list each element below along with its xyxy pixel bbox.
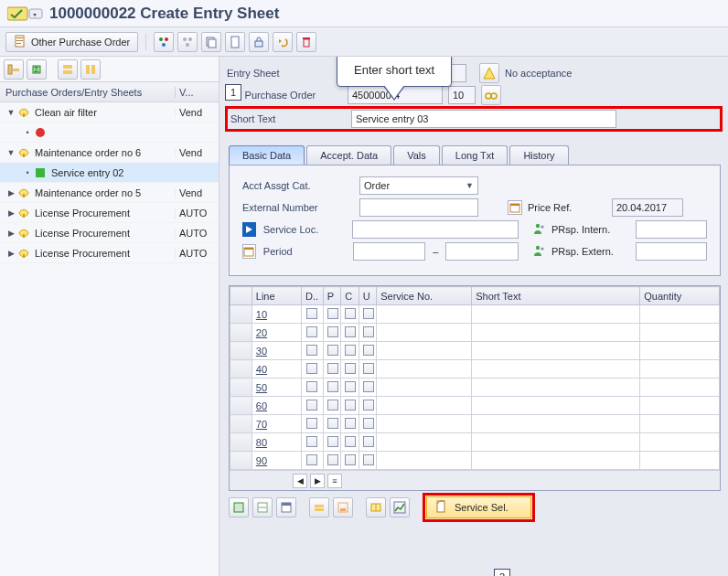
btm-icon-4[interactable]	[309, 497, 329, 517]
twisty-icon[interactable]: •	[22, 128, 33, 137]
checkbox[interactable]	[363, 381, 374, 392]
grid-cell[interactable]	[640, 342, 720, 360]
twisty-icon[interactable]: ▶	[5, 188, 16, 197]
grid-cell[interactable]	[472, 342, 640, 360]
grid-cell[interactable]	[640, 379, 720, 397]
checkbox[interactable]	[327, 381, 338, 392]
tree-btn-3[interactable]	[58, 59, 78, 80]
checkbox[interactable]	[363, 326, 374, 337]
tab-basic-data[interactable]: Basic Data	[229, 145, 305, 165]
tree-row[interactable]: ▶Maintenance order no 5Vend	[0, 183, 219, 203]
grid-cell[interactable]	[640, 305, 720, 324]
btm-icon-2[interactable]	[252, 497, 273, 517]
checkbox[interactable]	[327, 363, 338, 374]
grid-header[interactable]: Short Text	[472, 287, 640, 305]
table-row[interactable]: 10	[230, 305, 720, 324]
checkbox[interactable]	[306, 326, 317, 337]
tb-doc-icon[interactable]	[225, 32, 245, 52]
grid-header[interactable]	[230, 287, 252, 305]
checkbox[interactable]	[345, 436, 356, 447]
tab-vals[interactable]: Vals	[393, 145, 440, 165]
grid-cell[interactable]	[640, 415, 720, 433]
service-loc-icon[interactable]	[242, 222, 256, 237]
grid-header[interactable]: D..	[301, 287, 323, 305]
grid-cell[interactable]	[472, 452, 640, 470]
acct-assgt-select[interactable]: Order▼	[359, 176, 478, 195]
grid-cell[interactable]	[640, 360, 720, 379]
service-grid[interactable]: LineD..PCUService No.Short TextQuantity1…	[229, 285, 721, 491]
menu-button[interactable]	[7, 5, 44, 22]
twisty-icon[interactable]: ▶	[5, 249, 16, 258]
twisty-icon[interactable]: •	[22, 168, 33, 177]
grid-cell[interactable]	[472, 324, 640, 342]
checkbox[interactable]	[306, 436, 317, 447]
grid-cell[interactable]	[640, 452, 720, 470]
grid-cell[interactable]	[377, 360, 472, 379]
checkbox[interactable]	[363, 345, 374, 356]
checkbox[interactable]	[345, 345, 356, 356]
checkbox[interactable]	[363, 400, 374, 411]
btm-icon-5[interactable]	[333, 497, 353, 517]
period-from-field[interactable]	[353, 242, 426, 261]
tb-copy-icon[interactable]	[201, 32, 221, 52]
checkbox[interactable]	[345, 400, 356, 411]
service-loc-field[interactable]	[352, 220, 519, 239]
glasses-icon[interactable]	[481, 85, 501, 105]
grid-header[interactable]: P	[323, 287, 340, 305]
checkbox[interactable]	[345, 363, 356, 374]
tree-row[interactable]: ▼Clean air filterVend	[0, 102, 219, 123]
checkbox[interactable]	[327, 326, 338, 337]
prsp-extern-field[interactable]	[636, 242, 707, 261]
checkbox[interactable]	[306, 381, 317, 392]
prsp-intern-field[interactable]	[636, 220, 707, 239]
checkbox[interactable]	[306, 363, 317, 374]
tb-lock-icon[interactable]	[249, 32, 269, 52]
line-cell[interactable]: 20	[252, 324, 301, 342]
table-row[interactable]: 90	[230, 452, 720, 470]
twisty-icon[interactable]: ▼	[5, 148, 16, 157]
tree[interactable]: ▼Clean air filterVend•▼Maintenance order…	[0, 102, 219, 576]
grid-cell[interactable]	[377, 379, 472, 397]
tree-row[interactable]: ▶License ProcurementAUTO	[0, 243, 219, 263]
grid-cell[interactable]	[377, 452, 472, 470]
period-to-field[interactable]	[445, 242, 519, 261]
checkbox[interactable]	[345, 454, 356, 465]
checkbox[interactable]	[345, 418, 356, 429]
tb-icon-1[interactable]	[154, 32, 174, 52]
grid-cell[interactable]	[472, 305, 640, 324]
tree-row[interactable]: ▶License ProcurementAUTO	[0, 223, 219, 243]
checkbox[interactable]	[306, 400, 317, 411]
tree-btn-2[interactable]: Σ	[27, 59, 47, 80]
tree-btn-4[interactable]	[80, 59, 101, 80]
grid-header[interactable]: U	[359, 287, 376, 305]
grid-cell[interactable]	[377, 433, 472, 452]
checkbox[interactable]	[363, 418, 374, 429]
checkbox[interactable]	[306, 418, 317, 429]
line-cell[interactable]: 80	[252, 433, 301, 452]
tb-delete-icon[interactable]	[296, 32, 316, 52]
ext-num-field[interactable]	[359, 198, 478, 217]
grid-cell[interactable]	[377, 397, 472, 415]
grid-header[interactable]: Line	[252, 287, 301, 305]
scroll-right-icon[interactable]: ▶	[310, 474, 325, 488]
scroll-left-icon[interactable]: ◀	[293, 474, 307, 488]
grid-cell[interactable]	[640, 433, 720, 452]
nav-break-icon[interactable]: ≡	[327, 474, 342, 488]
table-row[interactable]: 40	[230, 360, 720, 379]
twisty-icon[interactable]: ▶	[5, 229, 16, 238]
checkbox[interactable]	[363, 363, 374, 374]
tree-row[interactable]: ▼Maintenance order no 6Vend	[0, 143, 219, 163]
checkbox[interactable]	[306, 345, 317, 356]
grid-cell[interactable]	[377, 305, 472, 324]
table-row[interactable]: 80	[230, 433, 720, 452]
tree-row[interactable]: •	[0, 123, 219, 143]
grid-cell[interactable]	[472, 360, 640, 379]
checkbox[interactable]	[327, 345, 338, 356]
checkbox[interactable]	[345, 326, 356, 337]
grid-cell[interactable]	[472, 415, 640, 433]
line-cell[interactable]: 30	[252, 342, 301, 360]
checkbox[interactable]	[363, 454, 374, 465]
line-cell[interactable]: 50	[252, 379, 301, 397]
grid-cell[interactable]	[377, 324, 472, 342]
btm-icon-3[interactable]	[276, 497, 296, 517]
